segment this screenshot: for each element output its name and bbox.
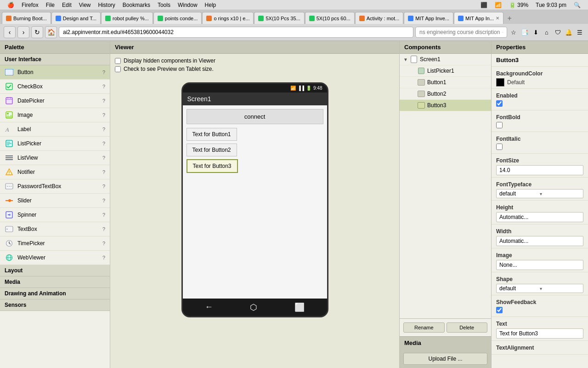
menu-view[interactable]: View xyxy=(79,2,91,8)
menu-edit[interactable]: Edit xyxy=(62,2,72,8)
search-bar[interactable] xyxy=(415,27,507,38)
tablet-preview-checkbox[interactable] xyxy=(115,66,121,72)
listpicker-help[interactable]: ? xyxy=(102,141,105,146)
menu-window[interactable]: Window xyxy=(178,2,198,8)
tab-close-10[interactable]: ✕ xyxy=(496,16,499,21)
delete-button[interactable]: Delete xyxy=(447,322,488,333)
palette-item-passwordtextbox[interactable]: PasswordTextBox ? xyxy=(0,179,110,194)
passwordtextbox-help[interactable]: ? xyxy=(102,184,105,189)
prop-fontsize-input[interactable] xyxy=(496,165,583,175)
spinner-help[interactable]: ? xyxy=(102,212,105,218)
webviewer-help[interactable]: ? xyxy=(102,255,105,260)
prop-text-input[interactable] xyxy=(496,328,583,339)
tablet-preview-label[interactable]: Check to see Preview on Tablet size. xyxy=(115,66,395,72)
tab-3[interactable]: robot pulley %... xyxy=(101,12,153,24)
phone-back-btn[interactable]: ← xyxy=(205,302,213,312)
phone-recent-btn[interactable]: ⬜ xyxy=(294,302,305,312)
tab-5[interactable]: o rings x10 | e... xyxy=(202,12,254,24)
rename-button[interactable]: Rename xyxy=(403,322,445,333)
prop-width-input[interactable] xyxy=(496,236,583,246)
tree-item-button2[interactable]: Button2 xyxy=(400,88,491,100)
tab-9[interactable]: MIT App Inve... xyxy=(404,12,453,24)
palette-item-textbox[interactable]: TextBox ? xyxy=(0,222,110,236)
button-help[interactable]: ? xyxy=(102,69,105,75)
palette-item-checkbox[interactable]: CheckBox ? xyxy=(0,80,110,94)
phone-button-1[interactable]: Text for Button1 xyxy=(187,128,237,141)
menu-file[interactable]: File xyxy=(46,2,55,8)
tab-10[interactable]: MIT App In... ✕ xyxy=(454,12,503,24)
display-hidden-label[interactable]: Display hidden components in Viewer xyxy=(115,58,395,64)
palette-item-image[interactable]: Image ? xyxy=(0,108,110,122)
label-help[interactable]: ? xyxy=(102,126,105,132)
tab-1[interactable]: Burning Boot... xyxy=(2,12,51,24)
palette-item-listview[interactable]: ListView ? xyxy=(0,151,110,165)
textbox-help[interactable]: ? xyxy=(102,226,105,232)
menu-tools[interactable]: Tools xyxy=(158,2,170,8)
palette-item-timepicker[interactable]: TimePicker ? xyxy=(0,236,110,251)
menu-icon[interactable]: ☰ xyxy=(575,28,584,37)
palette-item-button[interactable]: Button ? xyxy=(0,65,110,80)
palette-item-listpicker[interactable]: ListPicker ? xyxy=(0,137,110,151)
tab-6[interactable]: 5X(10 Pcs 35... xyxy=(254,12,304,24)
bookmark-star-icon[interactable]: ☆ xyxy=(509,28,518,37)
timepicker-help[interactable]: ? xyxy=(102,241,105,246)
checkbox-help[interactable]: ? xyxy=(102,84,105,89)
palette-item-datepicker[interactable]: DatePicker ? xyxy=(0,94,110,108)
section-media[interactable]: Media xyxy=(0,276,110,288)
address-bar[interactable] xyxy=(59,27,413,38)
palette-item-notifier[interactable]: Notifier ? xyxy=(0,165,110,179)
notifier-help[interactable]: ? xyxy=(102,169,105,175)
prop-showfeedback-checkbox[interactable] xyxy=(496,307,503,313)
phone-button-2[interactable]: Text for Button2 xyxy=(187,144,237,156)
palette-item-label[interactable]: A Label ? xyxy=(0,122,110,137)
tab-7[interactable]: 5X(10 pcs 60... xyxy=(305,12,355,24)
reload-button[interactable]: ↻ xyxy=(31,26,43,38)
download-icon[interactable]: ⬇ xyxy=(531,28,540,37)
prop-shape-dropdown[interactable]: default ▾ xyxy=(496,284,583,293)
display-hidden-checkbox[interactable] xyxy=(115,58,121,64)
section-drawing-animation[interactable]: Drawing and Animation xyxy=(0,288,110,299)
notification-icon[interactable]: 🔔 xyxy=(564,28,573,37)
search-icon[interactable]: 🔍 xyxy=(574,2,581,8)
slider-help[interactable]: ? xyxy=(102,198,105,203)
home-icon[interactable]: ⌂ xyxy=(542,28,551,37)
tree-item-listpicker1[interactable]: ListPicker1 xyxy=(400,65,491,77)
bookmark-list-icon[interactable]: 📑 xyxy=(520,28,529,37)
home-button[interactable]: 🏠 xyxy=(45,26,57,38)
new-tab-button[interactable]: + xyxy=(504,13,515,24)
upload-file-button[interactable]: Upload File ... xyxy=(403,353,487,365)
palette-item-webviewer[interactable]: WebViewer ? xyxy=(0,251,110,265)
tree-item-button3[interactable]: Button3 xyxy=(400,100,491,111)
menu-bookmarks[interactable]: Bookmarks xyxy=(123,2,150,8)
section-layout[interactable]: Layout xyxy=(0,265,110,276)
shield-icon[interactable]: 🛡 xyxy=(553,28,562,37)
menu-firefox[interactable]: Firefox xyxy=(22,2,39,8)
prop-fontbold-checkbox[interactable] xyxy=(496,122,503,128)
palette-item-spinner[interactable]: Spinner ? xyxy=(0,208,110,222)
prop-enabled-checkbox[interactable] xyxy=(496,100,503,107)
prop-height-input[interactable] xyxy=(496,212,583,222)
phone-home-btn[interactable]: ⬡ xyxy=(250,302,257,312)
listview-help[interactable]: ? xyxy=(102,155,105,161)
tree-item-screen1[interactable]: ▼ Screen1 xyxy=(400,54,491,65)
prop-image-input[interactable] xyxy=(496,260,583,270)
datepicker-help[interactable]: ? xyxy=(102,98,105,104)
prop-fonttypeface-dropdown[interactable]: default ▾ xyxy=(496,189,583,198)
forward-button[interactable]: › xyxy=(17,26,29,38)
apple-menu[interactable]: 🍎 xyxy=(7,2,14,8)
menu-history[interactable]: History xyxy=(98,2,115,8)
tree-item-button1[interactable]: Button1 xyxy=(400,77,491,88)
palette-item-slider[interactable]: Slider ? xyxy=(0,194,110,208)
image-help[interactable]: ? xyxy=(102,112,105,118)
prop-fontitalic-checkbox[interactable] xyxy=(496,144,503,150)
tab-2[interactable]: Design and T... xyxy=(51,12,101,24)
phone-button-3[interactable]: Text for Button3 xyxy=(187,159,238,173)
menu-help[interactable]: Help xyxy=(205,2,216,8)
back-button[interactable]: ‹ xyxy=(4,26,16,38)
tab-8[interactable]: Activity : mot... xyxy=(355,12,404,24)
section-sensors[interactable]: Sensors xyxy=(0,299,110,311)
prop-color-control[interactable]: Default xyxy=(496,78,583,86)
phone-connect-button[interactable]: connect xyxy=(187,109,323,124)
tab-4[interactable]: points conde... xyxy=(153,12,202,24)
section-user-interface[interactable]: User Interface xyxy=(0,54,110,65)
